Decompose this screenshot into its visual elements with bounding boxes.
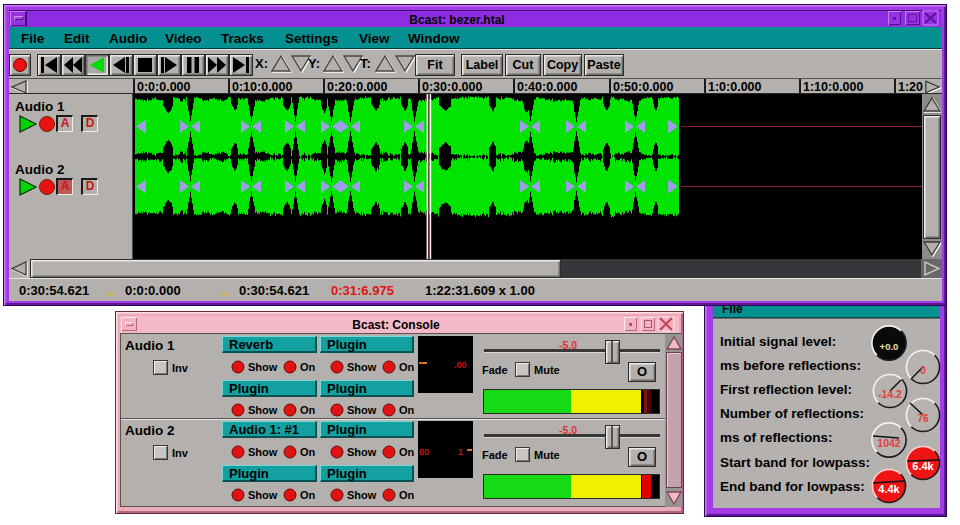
svg-text:0: 0 — [920, 365, 926, 376]
svg-text:+0.0: +0.0 — [880, 341, 899, 352]
svg-text:6.4k: 6.4k — [912, 460, 934, 472]
svg-text:1042: 1042 — [877, 437, 901, 449]
svg-text:76: 76 — [917, 413, 929, 424]
svg-text:4.4k: 4.4k — [878, 483, 900, 495]
svg-text:-14.2: -14.2 — [878, 388, 902, 400]
